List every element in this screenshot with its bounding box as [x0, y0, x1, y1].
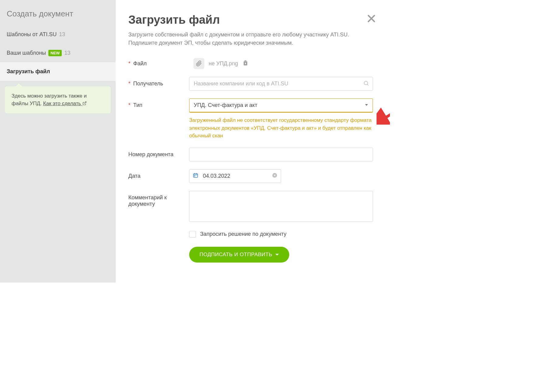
type-select[interactable]: УПД. Счет-фактура и акт: [189, 98, 373, 112]
doc-number-input[interactable]: [189, 148, 373, 161]
delete-file-icon: [242, 60, 248, 66]
label-recipient: * Получатель: [128, 77, 189, 87]
row-submit: ПОДПИСАТЬ И ОТПРАВИТЬ: [189, 247, 373, 263]
svg-line-8: [367, 84, 369, 85]
field-comment: [189, 191, 373, 223]
label-text: Номер документа: [128, 151, 173, 157]
svg-rect-10: [193, 174, 198, 177]
hint-box: Здесь можно загрузить также и файлы УПД.…: [5, 86, 111, 113]
page-subtitle: Загрузите собственный файл с документом …: [128, 31, 363, 47]
required-asterisk: *: [128, 102, 130, 108]
label-text: Получатель: [133, 81, 163, 87]
row-comment: Комментарий к документу: [128, 191, 373, 223]
sidebar-item-upload[interactable]: Загрузить файл: [0, 62, 116, 81]
calendar-icon[interactable]: [193, 173, 198, 179]
sidebar-item-count: 13: [64, 50, 70, 56]
type-select-value: УПД. Счет-фактура и акт: [189, 98, 373, 112]
row-request-decision: Запросить решение по документу: [189, 231, 373, 238]
field-doc-number: [189, 148, 373, 161]
row-doc-number: Номер документа: [128, 148, 373, 161]
main-panel: Загрузить файл Загрузите собственный фай…: [116, 0, 390, 283]
hint-box-wrap: Здесь можно загрузить также и файлы УПД.…: [0, 81, 116, 119]
file-name: не УПД.png: [209, 60, 238, 67]
close-button[interactable]: [366, 13, 377, 25]
sidebar-item-ati-templates[interactable]: Шаблоны от ATI.SU 13: [0, 25, 116, 44]
hint-link-label: Как это сделать: [43, 101, 81, 106]
chevron-down-icon: [364, 103, 369, 108]
chevron-down-icon: [275, 254, 279, 256]
search-icon: [363, 80, 369, 88]
date-clear-button[interactable]: [272, 173, 277, 179]
label-doc-number: Номер документа: [128, 148, 189, 158]
svg-line-18: [382, 108, 390, 120]
label-date: Дата: [128, 169, 189, 179]
label-file: * Файл: [128, 57, 189, 67]
field-recipient: [189, 77, 373, 91]
request-decision-label: Запросить решение по документу: [200, 231, 287, 237]
svg-marker-9: [365, 104, 368, 105]
date-input-wrap: [189, 169, 281, 183]
sidebar-item-count: 13: [59, 31, 65, 38]
type-warning-text: Загруженный файл не соответствует госуда…: [189, 116, 373, 140]
label-text: Тип: [133, 102, 142, 108]
sidebar-item-label: Ваши шаблоны: [7, 50, 46, 56]
label-text: Файл: [133, 60, 147, 67]
request-decision-checkbox[interactable]: [189, 231, 196, 238]
svg-rect-4: [244, 60, 246, 61]
page-title: Загрузить файл: [128, 13, 373, 26]
clear-icon: [272, 173, 277, 178]
recipient-input[interactable]: [189, 77, 373, 91]
row-type: * Тип УПД. Счет-фактура и акт Загруженны…: [128, 98, 373, 140]
required-asterisk: *: [128, 60, 130, 67]
submit-button-label: ПОДПИСАТЬ И ОТПРАВИТЬ: [200, 252, 272, 258]
row-file: * Файл не УПД.png: [128, 57, 373, 69]
svg-point-7: [364, 81, 368, 85]
sidebar-item-your-templates[interactable]: Ваши шаблоны NEW 13: [0, 44, 116, 62]
required-asterisk: *: [128, 81, 130, 87]
row-recipient: * Получатель: [128, 77, 373, 91]
new-badge: NEW: [48, 50, 62, 56]
label-text: Комментарий к документу: [128, 194, 167, 207]
annotation-arrow-icon: [377, 106, 390, 125]
close-icon: [366, 13, 377, 24]
label-text: Дата: [128, 173, 141, 179]
external-link-icon: [82, 101, 87, 105]
sidebar-item-label: Загрузить файл: [7, 68, 50, 75]
sidebar-title: Создать документ: [0, 7, 116, 25]
file-attach-button[interactable]: [193, 58, 204, 69]
label-type: * Тип: [128, 98, 189, 108]
label-comment: Комментарий к документу: [128, 191, 189, 207]
submit-button[interactable]: ПОДПИСАТЬ И ОТПРАВИТЬ: [189, 247, 289, 263]
sidebar: Создать документ Шаблоны от ATI.SU 13 Ва…: [0, 0, 116, 283]
field-type: УПД. Счет-фактура и акт Загруженный файл…: [189, 98, 373, 140]
svg-rect-14: [194, 176, 195, 177]
date-input[interactable]: [189, 169, 281, 183]
sidebar-item-label: Шаблоны от ATI.SU: [7, 31, 57, 38]
svg-line-0: [84, 101, 86, 103]
comment-textarea[interactable]: [189, 191, 373, 222]
paperclip-icon: [196, 60, 202, 67]
row-date: Дата: [128, 169, 373, 183]
hint-link[interactable]: Как это сделать: [43, 101, 87, 106]
field-file: не УПД.png: [189, 57, 373, 69]
file-delete-button[interactable]: [242, 60, 248, 67]
hint-arrow-icon: [16, 83, 22, 86]
field-date: [189, 169, 373, 183]
